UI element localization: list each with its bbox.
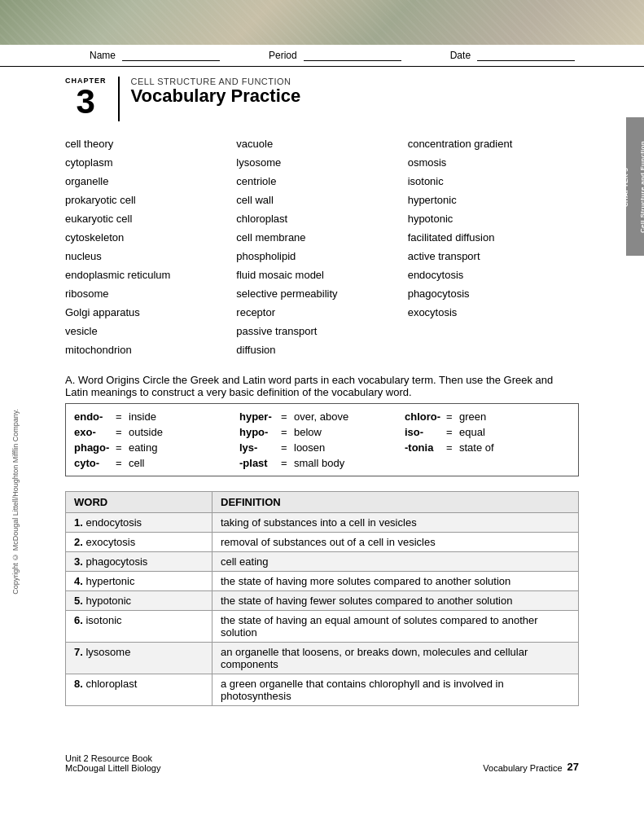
footer-page-num: 27 [567, 761, 579, 773]
vocab-word: cell theory [65, 136, 236, 151]
name-label: Name [90, 50, 116, 61]
vocab-word: centriole [236, 173, 407, 189]
wp-meaning: cell [129, 457, 145, 469]
wp-prefix: chloro- [405, 410, 441, 423]
vocab-word: cytoplasm [65, 155, 236, 170]
word-cell: 2. exocytosis [66, 533, 212, 552]
date-line [477, 50, 575, 61]
wp-equals: = [281, 457, 289, 469]
vocab-word: exocytosis [408, 305, 579, 320]
date-field: Date [450, 50, 575, 61]
wp-meaning: below [294, 426, 322, 438]
word-cell: 6. isotonic [66, 611, 212, 643]
word-part-row-col3: -tonia=state of [405, 441, 570, 454]
def-cell: a green organelle that contains chloroph… [212, 674, 579, 706]
col-def-header: DEFINITION [212, 492, 579, 513]
vocab-word: chloroplast [236, 211, 407, 226]
chapter-title-main: Vocabulary Practice [131, 86, 301, 106]
section-a: A. Word Origins Circle the Greek and Lat… [65, 374, 579, 706]
def-cell: the state of having more solutes compare… [212, 572, 579, 591]
wp-prefix: -plast [239, 457, 276, 469]
wp-prefix: exo- [74, 426, 111, 438]
wp-meaning: inside [129, 410, 156, 423]
def-cell: removal of substances out of a cell in v… [212, 533, 579, 552]
name-field: Name [90, 50, 220, 61]
vocab-word: facilitated diffusion [408, 230, 579, 245]
table-row: 4. hypertonicthe state of having more so… [66, 572, 579, 591]
wp-equals: = [446, 426, 454, 438]
word-part-row-col1: exo-=outside [74, 426, 239, 438]
def-table: WORD DEFINITION 1. endocytosistaking of … [65, 491, 579, 706]
wp-meaning: small body [294, 457, 344, 469]
page-footer: Unit 2 Resource Book McDougal Littell Bi… [0, 747, 644, 779]
vocab-word: isotonic [408, 173, 579, 189]
def-cell: cell eating [212, 552, 579, 572]
word-part-row-col3: chloro-=green [405, 410, 570, 423]
table-row: 6. isotonicthe state of having an equal … [66, 611, 579, 643]
word-parts-table: endo-=insidehyper-=over, abovechloro-=gr… [65, 403, 579, 476]
word-part-row-col3: iso-=equal [405, 426, 570, 438]
word-cell: 5. hypotonic [66, 591, 212, 611]
vocab-word: organelle [65, 173, 236, 189]
wp-prefix: iso- [405, 426, 441, 438]
section-a-heading: A. [65, 374, 78, 386]
period-line [304, 50, 401, 61]
chapter-header: CHAPTER 3 CELL STRUCTURE AND FUNCTION Vo… [65, 77, 579, 121]
word-cell: 3. phagocytosis [66, 552, 212, 572]
vocab-word: diffusion [236, 342, 407, 358]
wp-equals: = [116, 441, 124, 454]
vocab-grid: cell theorycytoplasmorganelleprokaryotic… [65, 136, 579, 358]
main-content: CHAPTER 3Cell Structure and Function Cop… [0, 67, 644, 739]
row-num: 3. [74, 555, 83, 568]
chapter-number: 3 [65, 85, 107, 119]
footer-right-label: Vocabulary Practice [483, 763, 562, 773]
def-cell: an organelle that loosens, or breaks dow… [212, 643, 579, 674]
row-num: 5. [74, 595, 83, 607]
wp-meaning: state of [459, 441, 494, 454]
row-num: 6. [74, 614, 83, 626]
word-cell: 4. hypertonic [66, 572, 212, 591]
wp-equals: = [281, 426, 289, 438]
vocab-word: endoplasmic reticulum [65, 267, 236, 283]
date-label: Date [450, 50, 471, 61]
vocab-word: vacuole [236, 136, 407, 151]
word-part-row-col2: -plast=small body [239, 457, 405, 469]
chapter-divider [118, 77, 120, 121]
vocab-word: cell membrane [236, 230, 407, 245]
wp-prefix: cyto- [74, 457, 111, 469]
footer-publisher: McDougal Littell Biology [65, 763, 160, 773]
vocab-col-1: cell theorycytoplasmorganelleprokaryotic… [65, 136, 236, 358]
word-part-row-col1: endo-=inside [74, 410, 239, 423]
vocab-word: receptor [236, 305, 407, 320]
footer-right: Vocabulary Practice 27 [483, 753, 579, 773]
wp-equals: = [281, 441, 289, 454]
wp-prefix: -tonia [405, 441, 441, 454]
word-parts-inner: endo-=insidehyper-=over, abovechloro-=gr… [66, 404, 578, 476]
fields-bar: Name Period Date [0, 45, 644, 67]
word-part-row-col1: phago-=eating [74, 441, 239, 454]
def-cell: the state of having an equal amount of s… [212, 611, 579, 643]
chapter-title-block: CELL STRUCTURE AND FUNCTION Vocabulary P… [131, 77, 301, 106]
table-row: 2. exocytosisremoval of substances out o… [66, 533, 579, 552]
vocab-col-3: concentration gradientosmosisisotonichyp… [408, 136, 579, 358]
table-row: 7. lysosomean organelle that loosens, or… [66, 643, 579, 674]
vocab-word: vesicle [65, 323, 236, 339]
vocab-word: cell wall [236, 192, 407, 208]
wp-prefix: hyper- [239, 410, 276, 423]
header-banner [0, 0, 644, 45]
wp-equals: = [116, 410, 124, 423]
vocab-word: selective permeability [236, 286, 407, 301]
section-a-title: A. Word Origins Circle the Greek and Lat… [65, 374, 579, 398]
vocab-word: eukaryotic cell [65, 211, 236, 226]
name-line [122, 50, 220, 61]
copyright-text: Copyright © McDougal Littell/Houghton Mi… [11, 409, 20, 595]
def-cell: the state of having fewer solutes compar… [212, 591, 579, 611]
vocab-word: lysosome [236, 155, 407, 170]
def-cell: taking of substances into a cell in vesi… [212, 513, 579, 533]
row-num: 1. [74, 516, 83, 529]
vocab-word: ribosome [65, 286, 236, 301]
wp-equals: = [116, 426, 124, 438]
word-part-row-col2: hyper-=over, above [239, 410, 405, 423]
section-a-label: Word Origins [78, 374, 140, 386]
word-part-row-col2: lys-=loosen [239, 441, 405, 454]
